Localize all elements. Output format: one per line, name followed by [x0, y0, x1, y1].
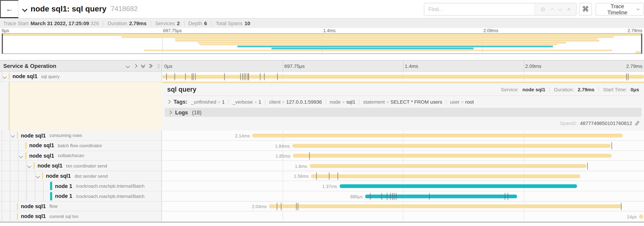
span-row-name-cell[interactable]: node sql1batch flow coordinator	[0, 141, 162, 150]
span-row[interactable]: node sql1flow2.04ms	[0, 201, 644, 211]
log-marker-tick	[224, 73, 225, 80]
collapse-all-icon[interactable]	[142, 65, 144, 67]
span-row-bar-cell[interactable]: 1.6ms	[162, 161, 644, 171]
minimap-canvas[interactable]	[2, 33, 642, 54]
span-row-bar-cell[interactable]: 1.56ms	[162, 171, 644, 181]
span-row-name-cell[interactable]: node sql1commit sql txn	[0, 211, 162, 221]
service-name: node 1	[55, 193, 72, 199]
operation-name: batch flow coordinator	[58, 143, 102, 148]
expand-chevron-icon[interactable]	[19, 154, 23, 158]
span-row-name-cell[interactable]: node 1/cockroach.roachpb.Internal/Batch	[0, 181, 162, 191]
log-marker-tick	[281, 203, 281, 210]
span-bar[interactable]	[292, 144, 611, 148]
collapse-one-icon[interactable]	[126, 64, 130, 68]
expand-chevron-icon[interactable]	[2, 75, 6, 79]
tag-item[interactable]: _unfinished=1	[191, 99, 225, 105]
log-marker-tick	[260, 73, 260, 80]
indent-guide-line	[18, 171, 18, 181]
tags-accordion[interactable]: Tags: _unfinished=1_verbose=1client=127.…	[162, 96, 644, 107]
tag-item[interactable]: client=127.0.0.1:59936	[269, 99, 322, 105]
keyboard-shortcuts-button[interactable]: ⌘	[579, 3, 592, 16]
panel-resize-handle[interactable]	[158, 64, 159, 69]
minimap-left-handle[interactable]	[2, 34, 3, 54]
indent-guide-line	[26, 181, 27, 191]
service-label: Service:	[501, 87, 519, 93]
span-row-bar-cell[interactable]: 1.37ms	[162, 181, 644, 191]
span-bar[interactable]	[162, 75, 644, 78]
expand-chevron-icon[interactable]	[28, 164, 31, 168]
expand-chevron-icon[interactable]	[11, 134, 15, 137]
tag-item[interactable]: _verbose=1	[232, 99, 261, 105]
expand-chevron-icon[interactable]	[36, 174, 40, 178]
span-row-name-cell[interactable]: node sql1txn coordinator send	[0, 161, 162, 171]
span-row-name-cell[interactable]: node sql1sql query	[0, 72, 162, 81]
span-bar[interactable]	[310, 164, 587, 168]
indent-guide-line	[18, 191, 18, 201]
minimap-span-bar	[636, 52, 641, 53]
expand-all-icon[interactable]	[149, 64, 152, 67]
span-row[interactable]: node sql1sql query	[0, 72, 644, 82]
total-spans-value: 10	[244, 20, 250, 26]
indent-guide-line	[43, 181, 44, 191]
span-bar[interactable]	[340, 184, 577, 188]
indent-guide-line	[18, 141, 18, 150]
span-row[interactable]: node 1/cockroach.roachpb.Internal/Batch8…	[0, 191, 644, 201]
span-row-name-cell[interactable]: node sql1flow	[0, 201, 162, 211]
span-row-bar-cell[interactable]: 886μs	[162, 191, 644, 201]
top-bar: ← node sql1: sql query 7418682 ✕ ⌘ Trace…	[0, 0, 644, 19]
page-title: node sql1: sql query	[31, 5, 106, 14]
span-bar[interactable]	[639, 215, 643, 218]
tag-item[interactable]: statement=SELECT * FROM users	[363, 99, 442, 105]
span-row[interactable]: node sql1commit sql txn14μs	[0, 211, 644, 222]
duration-value: 2.79ms	[129, 20, 146, 26]
log-marker-tick	[587, 162, 588, 169]
logs-expand-chevron-icon[interactable]	[168, 110, 172, 114]
log-marker-tick	[329, 172, 329, 180]
span-row-name-cell[interactable]: node sql1dist sender send	[0, 171, 162, 181]
span-row[interactable]: node sql1txn coordinator send1.6ms	[0, 161, 644, 171]
log-marker-tick	[240, 73, 240, 80]
indent-guide-line	[26, 161, 27, 171]
log-marker-tick	[429, 193, 430, 200]
view-selector-chevron-icon	[637, 8, 640, 11]
span-row-bar-cell[interactable]: 2.04ms	[162, 201, 644, 211]
title-chevron-down-icon[interactable]	[22, 7, 27, 12]
span-row[interactable]: node sql1batch flow coordinator1.84ms	[0, 141, 644, 151]
find-clear-icon[interactable]: ✕	[566, 7, 571, 12]
span-row-bar-cell[interactable]: 1.84ms	[162, 141, 644, 150]
back-button[interactable]: ←	[0, 0, 18, 18]
locate-icon[interactable]	[540, 7, 546, 12]
tags-expand-chevron-icon[interactable]	[166, 100, 170, 104]
span-row[interactable]: node sql1colbatchscan1.85ms	[0, 151, 644, 161]
find-input[interactable]	[424, 3, 534, 15]
span-row-bar-cell[interactable]: 14μs	[162, 211, 644, 221]
trace-title-group[interactable]: node sql1: sql query 7418682	[23, 0, 138, 18]
span-row-bar-cell[interactable]: 1.85ms	[162, 151, 644, 161]
operation-name: /cockroach.roachpb.Internal/Batch	[76, 183, 144, 188]
span-bar[interactable]	[252, 134, 623, 137]
expand-one-icon[interactable]	[133, 64, 137, 68]
span-row[interactable]: node sql1dist sender send1.56ms	[0, 171, 644, 181]
minimap-right-handle[interactable]	[641, 34, 642, 54]
span-row-name-cell[interactable]: node sql1consuming rows	[0, 131, 162, 140]
span-detail-body: sql query Service: node sql1 Duration: 2…	[162, 82, 644, 131]
span-bar[interactable]	[269, 205, 622, 208]
span-row-bar-cell[interactable]: 2.14ms	[162, 131, 644, 140]
find-prev-icon[interactable]	[550, 8, 554, 12]
span-row-name-cell[interactable]: node 1/cockroach.roachpb.Internal/Batch	[0, 191, 162, 201]
find-next-icon[interactable]	[558, 7, 562, 11]
span-bar[interactable]	[365, 194, 517, 198]
minimap-span-bar	[238, 46, 553, 47]
span-row-bar-cell[interactable]	[162, 72, 644, 81]
logs-label: Logs	[175, 109, 188, 115]
span-row[interactable]: node 1/cockroach.roachpb.Internal/Batch1…	[0, 181, 644, 191]
link-icon[interactable]	[634, 121, 640, 126]
span-row[interactable]: node sql1consuming rows2.14ms	[0, 131, 644, 141]
span-bar[interactable]	[293, 154, 612, 158]
tag-item[interactable]: node=sql1	[330, 99, 355, 105]
span-bar[interactable]	[311, 174, 580, 178]
view-selector-button[interactable]: Trace Timeline	[596, 3, 644, 16]
span-row-name-cell[interactable]: node sql1colbatchscan	[0, 151, 162, 161]
logs-accordion[interactable]: Logs (18)	[165, 108, 642, 117]
tag-item[interactable]: user=root	[450, 99, 474, 105]
